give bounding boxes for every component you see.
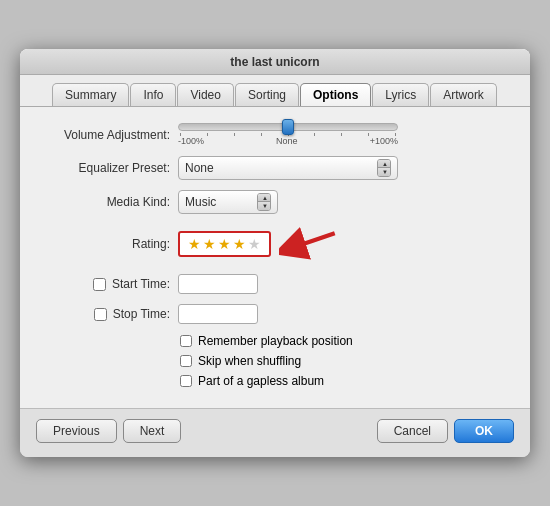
tab-summary[interactable]: Summary: [52, 83, 129, 106]
media-kind-stepper[interactable]: ▲ ▼: [257, 193, 271, 211]
media-stepper-up[interactable]: ▲: [258, 194, 271, 202]
stop-time-row: Stop Time: 3:10.641: [40, 304, 510, 324]
tab-options[interactable]: Options: [300, 83, 371, 106]
tab-video[interactable]: Video: [177, 83, 233, 106]
window-title: the last unicorn: [230, 55, 319, 69]
skip-label: Skip when shuffling: [198, 354, 301, 368]
tab-artwork[interactable]: Artwork: [430, 83, 497, 106]
title-bar: the last unicorn: [20, 49, 530, 75]
star-1[interactable]: ★: [188, 236, 201, 252]
gapless-label: Part of a gapless album: [198, 374, 324, 388]
footer: Previous Next Cancel OK: [20, 408, 530, 457]
media-kind-select[interactable]: Music ▲ ▼: [178, 190, 278, 214]
volume-row: Volume Adjustment:: [40, 123, 510, 146]
ok-button[interactable]: OK: [454, 419, 514, 443]
rating-label: Rating:: [40, 237, 170, 251]
media-kind-value: Music: [185, 195, 253, 209]
stepper-down[interactable]: ▼: [378, 168, 391, 176]
start-time-checkbox[interactable]: [93, 278, 106, 291]
red-arrow: [279, 224, 339, 264]
gapless-row: Part of a gapless album: [40, 374, 510, 388]
volume-label: Volume Adjustment:: [40, 128, 170, 142]
remember-checkbox[interactable]: [180, 335, 192, 347]
tab-bar: Summary Info Video Sorting Options Lyric…: [20, 75, 530, 107]
equalizer-row: Equalizer Preset: None ▲ ▼: [40, 156, 510, 180]
media-kind-row: Media Kind: Music ▲ ▼: [40, 190, 510, 214]
tab-lyrics[interactable]: Lyrics: [372, 83, 429, 106]
volume-slider-track[interactable]: [178, 123, 398, 131]
equalizer-value: None: [185, 161, 373, 175]
remember-label: Remember playback position: [198, 334, 353, 348]
volume-slider-container: -100% None +100%: [178, 123, 398, 146]
remember-row: Remember playback position: [40, 334, 510, 348]
star-4[interactable]: ★: [233, 236, 246, 252]
equalizer-stepper[interactable]: ▲ ▼: [377, 159, 391, 177]
start-time-input[interactable]: 0:00: [178, 274, 258, 294]
stop-time-label-container: Stop Time:: [40, 307, 170, 321]
stop-time-input[interactable]: 3:10.641: [178, 304, 258, 324]
star-5[interactable]: ★: [248, 236, 261, 252]
previous-button[interactable]: Previous: [36, 419, 117, 443]
svg-line-1: [289, 233, 334, 248]
start-time-label-container: Start Time:: [40, 277, 170, 291]
main-window: the last unicorn Summary Info Video Sort…: [20, 49, 530, 457]
star-3[interactable]: ★: [218, 236, 231, 252]
equalizer-label: Equalizer Preset:: [40, 161, 170, 175]
footer-right: Cancel OK: [377, 419, 514, 443]
media-stepper-down[interactable]: ▼: [258, 202, 271, 210]
cancel-button[interactable]: Cancel: [377, 419, 448, 443]
tab-sorting[interactable]: Sorting: [235, 83, 299, 106]
tab-info[interactable]: Info: [130, 83, 176, 106]
options-panel: Volume Adjustment:: [20, 107, 530, 408]
media-kind-label: Media Kind:: [40, 195, 170, 209]
footer-left: Previous Next: [36, 419, 181, 443]
skip-row: Skip when shuffling: [40, 354, 510, 368]
volume-slider-thumb[interactable]: [282, 119, 294, 135]
rating-row: Rating: ★ ★ ★ ★ ★: [40, 224, 510, 264]
stop-time-checkbox[interactable]: [94, 308, 107, 321]
stepper-up[interactable]: ▲: [378, 160, 391, 168]
gapless-checkbox[interactable]: [180, 375, 192, 387]
next-button[interactable]: Next: [123, 419, 182, 443]
skip-checkbox[interactable]: [180, 355, 192, 367]
start-time-row: Start Time: 0:00: [40, 274, 510, 294]
equalizer-select[interactable]: None ▲ ▼: [178, 156, 398, 180]
star-2[interactable]: ★: [203, 236, 216, 252]
slider-labels: -100% None +100%: [178, 136, 398, 146]
rating-box[interactable]: ★ ★ ★ ★ ★: [178, 231, 271, 257]
